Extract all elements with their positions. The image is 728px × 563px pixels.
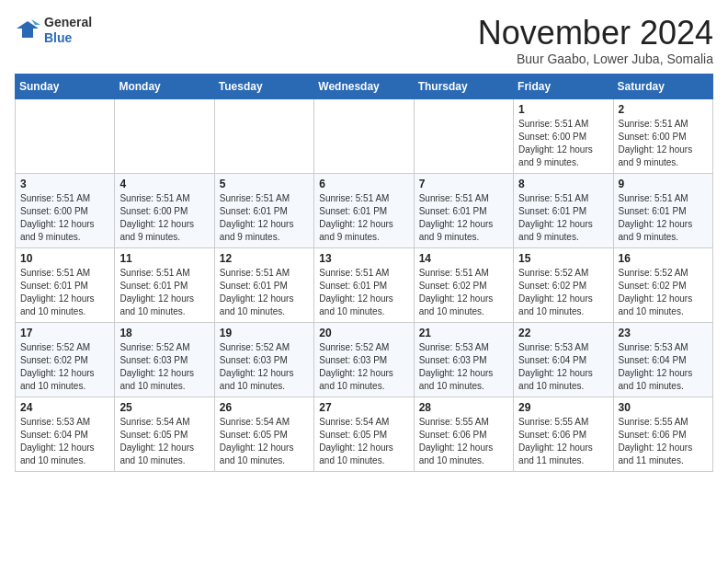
calendar-day-cell: 8Sunrise: 5:51 AM Sunset: 6:01 PM Daylig… (514, 173, 613, 247)
day-info: Sunrise: 5:51 AM Sunset: 6:00 PM Dayligh… (119, 192, 209, 244)
calendar-day-cell: 4Sunrise: 5:51 AM Sunset: 6:00 PM Daylig… (115, 173, 214, 247)
day-info: Sunrise: 5:51 AM Sunset: 6:01 PM Dayligh… (619, 192, 708, 244)
day-number: 9 (619, 178, 708, 190)
day-number: 25 (119, 401, 209, 414)
day-info: Sunrise: 5:51 AM Sunset: 6:02 PM Dayligh… (419, 267, 508, 318)
day-info: Sunrise: 5:52 AM Sunset: 6:02 PM Dayligh… (20, 341, 109, 393)
day-number: 2 (619, 103, 708, 116)
calendar-empty-cell (314, 98, 414, 173)
day-info: Sunrise: 5:51 AM Sunset: 6:01 PM Dayligh… (518, 192, 608, 244)
day-info: Sunrise: 5:51 AM Sunset: 6:01 PM Dayligh… (419, 192, 508, 244)
calendar-week-row: 24Sunrise: 5:53 AM Sunset: 6:04 PM Dayli… (16, 396, 713, 471)
day-number: 5 (220, 178, 309, 190)
day-info: Sunrise: 5:52 AM Sunset: 6:03 PM Dayligh… (220, 341, 309, 393)
calendar-day-cell: 16Sunrise: 5:52 AM Sunset: 6:02 PM Dayli… (613, 247, 712, 322)
calendar-day-cell: 25Sunrise: 5:54 AM Sunset: 6:05 PM Dayli… (115, 396, 214, 471)
calendar-day-cell: 17Sunrise: 5:52 AM Sunset: 6:02 PM Dayli… (16, 322, 115, 396)
day-number: 12 (220, 252, 309, 265)
day-number: 24 (20, 401, 109, 414)
day-info: Sunrise: 5:53 AM Sunset: 6:03 PM Dayligh… (419, 341, 508, 393)
day-info: Sunrise: 5:51 AM Sunset: 6:01 PM Dayligh… (220, 267, 309, 318)
day-number: 30 (619, 401, 708, 414)
calendar-table: SundayMondayTuesdayWednesdayThursdayFrid… (15, 74, 713, 472)
calendar-empty-cell (414, 98, 513, 173)
calendar-day-cell: 1Sunrise: 5:51 AM Sunset: 6:00 PM Daylig… (514, 98, 613, 173)
day-info: Sunrise: 5:55 AM Sunset: 6:06 PM Dayligh… (619, 416, 708, 467)
weekday-header-sunday: Sunday (16, 74, 115, 98)
day-number: 6 (319, 178, 408, 190)
day-info: Sunrise: 5:54 AM Sunset: 6:05 PM Dayligh… (220, 416, 309, 467)
day-number: 18 (119, 327, 209, 339)
day-number: 15 (518, 252, 608, 265)
day-info: Sunrise: 5:51 AM Sunset: 6:00 PM Dayligh… (619, 118, 708, 169)
calendar-day-cell: 21Sunrise: 5:53 AM Sunset: 6:03 PM Dayli… (414, 322, 513, 396)
weekday-header-monday: Monday (115, 74, 214, 98)
location: Buur Gaabo, Lower Juba, Somalia (478, 52, 713, 66)
calendar-day-cell: 19Sunrise: 5:52 AM Sunset: 6:03 PM Dayli… (214, 322, 313, 396)
calendar-day-cell: 28Sunrise: 5:55 AM Sunset: 6:06 PM Dayli… (414, 396, 513, 471)
calendar-day-cell: 29Sunrise: 5:55 AM Sunset: 6:06 PM Dayli… (514, 396, 613, 471)
day-number: 23 (619, 327, 708, 339)
day-info: Sunrise: 5:52 AM Sunset: 6:02 PM Dayligh… (518, 267, 608, 318)
logo-bird-icon (15, 17, 40, 43)
page-header: General Blue November 2024 Buur Gaabo, L… (15, 15, 713, 66)
calendar-empty-cell (214, 98, 313, 173)
calendar-day-cell: 10Sunrise: 5:51 AM Sunset: 6:01 PM Dayli… (16, 247, 115, 322)
day-info: Sunrise: 5:51 AM Sunset: 6:00 PM Dayligh… (518, 118, 608, 169)
day-number: 20 (319, 327, 408, 339)
day-info: Sunrise: 5:53 AM Sunset: 6:04 PM Dayligh… (518, 341, 608, 393)
calendar-week-row: 3Sunrise: 5:51 AM Sunset: 6:00 PM Daylig… (16, 173, 713, 247)
page-container: General Blue November 2024 Buur Gaabo, L… (15, 15, 713, 472)
day-number: 8 (518, 178, 608, 190)
calendar-day-cell: 7Sunrise: 5:51 AM Sunset: 6:01 PM Daylig… (414, 173, 513, 247)
day-info: Sunrise: 5:53 AM Sunset: 6:04 PM Dayligh… (20, 416, 109, 467)
calendar-day-cell: 20Sunrise: 5:52 AM Sunset: 6:03 PM Dayli… (314, 322, 414, 396)
calendar-day-cell: 11Sunrise: 5:51 AM Sunset: 6:01 PM Dayli… (115, 247, 214, 322)
weekday-header-friday: Friday (514, 74, 613, 98)
day-number: 13 (319, 252, 408, 265)
day-number: 22 (518, 327, 608, 339)
day-number: 21 (419, 327, 508, 339)
day-info: Sunrise: 5:51 AM Sunset: 6:00 PM Dayligh… (20, 192, 109, 244)
calendar-week-row: 10Sunrise: 5:51 AM Sunset: 6:01 PM Dayli… (16, 247, 713, 322)
day-info: Sunrise: 5:55 AM Sunset: 6:06 PM Dayligh… (419, 416, 508, 467)
calendar-week-row: 17Sunrise: 5:52 AM Sunset: 6:02 PM Dayli… (16, 322, 713, 396)
day-info: Sunrise: 5:52 AM Sunset: 6:03 PM Dayligh… (119, 341, 209, 393)
day-number: 27 (319, 401, 408, 414)
calendar-week-row: 1Sunrise: 5:51 AM Sunset: 6:00 PM Daylig… (16, 98, 713, 173)
day-info: Sunrise: 5:52 AM Sunset: 6:03 PM Dayligh… (319, 341, 408, 393)
day-number: 28 (419, 401, 508, 414)
day-number: 26 (220, 401, 309, 414)
title-block: November 2024 Buur Gaabo, Lower Juba, So… (478, 15, 713, 66)
day-number: 11 (119, 252, 209, 265)
day-number: 16 (619, 252, 708, 265)
weekday-header-tuesday: Tuesday (214, 74, 313, 98)
calendar-day-cell: 3Sunrise: 5:51 AM Sunset: 6:00 PM Daylig… (16, 173, 115, 247)
logo-general: General (44, 15, 92, 30)
calendar-day-cell: 12Sunrise: 5:51 AM Sunset: 6:01 PM Dayli… (214, 247, 313, 322)
day-info: Sunrise: 5:54 AM Sunset: 6:05 PM Dayligh… (119, 416, 209, 467)
day-info: Sunrise: 5:51 AM Sunset: 6:01 PM Dayligh… (20, 267, 109, 318)
day-info: Sunrise: 5:51 AM Sunset: 6:01 PM Dayligh… (119, 267, 209, 318)
day-number: 29 (518, 401, 608, 414)
calendar-day-cell: 26Sunrise: 5:54 AM Sunset: 6:05 PM Dayli… (214, 396, 313, 471)
day-number: 3 (20, 178, 109, 190)
day-number: 7 (419, 178, 508, 190)
calendar-day-cell: 30Sunrise: 5:55 AM Sunset: 6:06 PM Dayli… (613, 396, 712, 471)
logo-text: General Blue (44, 15, 92, 46)
day-number: 19 (220, 327, 309, 339)
day-info: Sunrise: 5:51 AM Sunset: 6:01 PM Dayligh… (319, 192, 408, 244)
day-info: Sunrise: 5:54 AM Sunset: 6:05 PM Dayligh… (319, 416, 408, 467)
calendar-day-cell: 13Sunrise: 5:51 AM Sunset: 6:01 PM Dayli… (314, 247, 414, 322)
calendar-day-cell: 2Sunrise: 5:51 AM Sunset: 6:00 PM Daylig… (613, 98, 712, 173)
day-number: 17 (20, 327, 109, 339)
day-info: Sunrise: 5:51 AM Sunset: 6:01 PM Dayligh… (319, 267, 408, 318)
calendar-day-cell: 24Sunrise: 5:53 AM Sunset: 6:04 PM Dayli… (16, 396, 115, 471)
day-number: 1 (518, 103, 608, 116)
calendar-day-cell: 22Sunrise: 5:53 AM Sunset: 6:04 PM Dayli… (514, 322, 613, 396)
day-number: 10 (20, 252, 109, 265)
calendar-day-cell: 15Sunrise: 5:52 AM Sunset: 6:02 PM Dayli… (514, 247, 613, 322)
calendar-empty-cell (115, 98, 214, 173)
logo: General Blue (15, 15, 92, 46)
svg-marker-1 (31, 19, 40, 25)
